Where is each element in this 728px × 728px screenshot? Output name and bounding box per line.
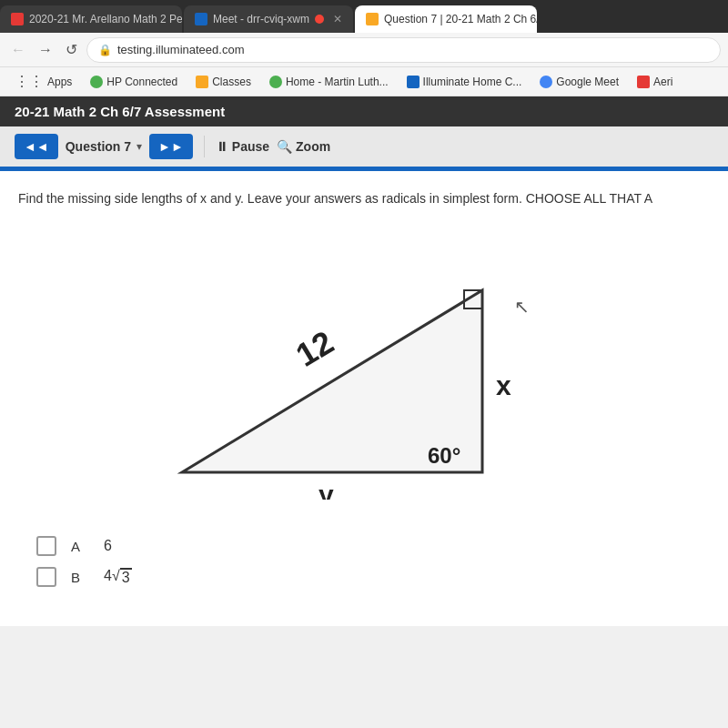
google-meet-icon <box>540 76 552 88</box>
apps-grid-icon: ⋮⋮ <box>15 73 44 90</box>
lock-icon: 🔒 <box>98 44 112 56</box>
forward-button[interactable]: → <box>35 38 56 62</box>
pause-icon: ⏸ <box>216 139 228 154</box>
pause-button[interactable]: ⏸ Pause <box>216 139 269 154</box>
back-button[interactable]: ← <box>7 38 29 62</box>
bookmark-google-label: Google Meet <box>556 76 619 88</box>
bookmark-classes[interactable]: Classes <box>188 74 258 90</box>
tab-meet[interactable]: Meet - drr-cviq-xwm ✕ <box>184 5 353 33</box>
sqrt-container-b: √3 <box>112 568 132 586</box>
page-content: 20-21 Math 2 Ch 6/7 Assessment ◄◄ Questi… <box>0 96 728 626</box>
y-label: y <box>318 480 334 500</box>
tab-label-math: 2020-21 Mr. Arellano Math 2 Per <box>29 13 182 25</box>
address-bar[interactable]: 🔒 testing.illuminateed.com <box>86 37 721 63</box>
question-label: Question 7 <box>66 139 131 154</box>
tab-icon-question <box>366 13 379 25</box>
tab-label-question: Question 7 | 20-21 Math 2 Ch 6/ <box>384 13 537 25</box>
controls-bar: ◄◄ Question 7 ▾ ►► ⏸ Pause 🔍 Zoom <box>0 126 728 168</box>
bookmark-hp[interactable]: HP Connected <box>83 74 185 90</box>
prev-button[interactable]: ◄◄ <box>15 134 58 159</box>
assessment-header: 20-21 Math 2 Ch 6/7 Assessment <box>0 96 728 126</box>
url-text: testing.illuminateed.com <box>117 43 244 56</box>
checkbox-a[interactable] <box>36 536 56 556</box>
bookmark-classes-label: Classes <box>212 76 251 88</box>
assessment-title: 20-21 Math 2 Ch 6/7 Assessment <box>15 104 225 119</box>
angle-label: 60° <box>428 443 460 468</box>
home-icon <box>269 76 282 88</box>
triangle-diagram: 12 x 60° y ↖ <box>18 227 710 518</box>
refresh-button[interactable]: ↺ <box>62 37 81 62</box>
cursor-icon: ↖ <box>514 297 530 317</box>
checkbox-b[interactable] <box>36 567 56 587</box>
zoom-icon: 🔍 <box>277 139 292 154</box>
answer-choices: A 6 B 4√3 <box>18 536 710 587</box>
bookmark-home-label: Home - Martin Luth... <box>286 76 389 88</box>
bookmark-hp-label: HP Connected <box>106 76 177 88</box>
bookmark-home[interactable]: Home - Martin Luth... <box>262 74 396 90</box>
tab-notification-dot <box>315 15 324 24</box>
nav-bar: ← → ↺ 🔒 testing.illuminateed.com <box>0 33 728 67</box>
hp-icon <box>90 76 103 88</box>
question-area: Find the missing side lengths of x and y… <box>0 171 728 626</box>
classes-icon <box>196 76 208 88</box>
tab-icon-math <box>11 13 24 25</box>
pause-label: Pause <box>232 139 269 154</box>
answer-choice-a: A 6 <box>36 536 692 556</box>
choice-letter-a: A <box>71 539 89 554</box>
choice-letter-b: B <box>71 570 89 585</box>
tab-icon-meet <box>195 13 207 25</box>
bookmarks-bar: ⋮⋮ Apps HP Connected Classes Home - Mart… <box>0 67 728 96</box>
answer-choice-b: B 4√3 <box>36 567 692 587</box>
next-button[interactable]: ►► <box>149 134 193 159</box>
radicand-b: 3 <box>120 568 132 586</box>
hypotenuse-label: 12 <box>289 323 339 374</box>
tab-bar: 2020-21 Mr. Arellano Math 2 Per ✕ Meet -… <box>0 0 728 33</box>
zoom-button[interactable]: 🔍 Zoom <box>277 139 330 154</box>
tab-label-meet: Meet - drr-cviq-xwm <box>213 13 309 25</box>
controls-divider <box>204 136 205 157</box>
bookmark-apps[interactable]: ⋮⋮ Apps <box>7 71 79 92</box>
aeri-icon <box>637 76 650 88</box>
dropdown-arrow-icon: ▾ <box>136 140 142 153</box>
bookmark-apps-label: Apps <box>47 76 72 88</box>
illuminate-icon <box>407 76 420 88</box>
question-select[interactable]: Question 7 ▾ <box>66 139 142 154</box>
tab-question[interactable]: Question 7 | 20-21 Math 2 Ch 6/ ✕ <box>355 5 537 33</box>
x-label: x <box>496 370 511 400</box>
tab-close-meet[interactable]: ✕ <box>333 13 342 25</box>
tab-math[interactable]: 2020-21 Mr. Arellano Math 2 Per ✕ <box>0 5 182 33</box>
bookmark-aeri[interactable]: Aeri <box>630 74 680 90</box>
bookmark-illuminate[interactable]: Illuminate Home C... <box>399 74 530 90</box>
bookmark-google[interactable]: Google Meet <box>532 74 626 90</box>
browser-chrome: 2020-21 Mr. Arellano Math 2 Per ✕ Meet -… <box>0 0 728 96</box>
bookmark-illuminate-label: Illuminate Home C... <box>423 76 522 88</box>
question-text: Find the missing side lengths of x and y… <box>18 189 710 208</box>
choice-value-a: 6 <box>104 538 112 554</box>
bookmark-aeri-label: Aeri <box>653 76 672 88</box>
zoom-label: Zoom <box>296 139 330 154</box>
triangle-svg: 12 x 60° y ↖ <box>136 227 592 500</box>
choice-value-b: 4√3 <box>104 568 132 586</box>
